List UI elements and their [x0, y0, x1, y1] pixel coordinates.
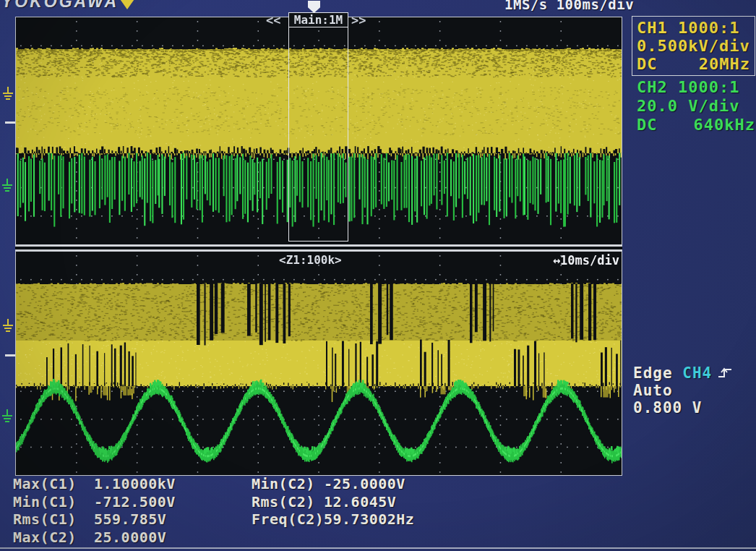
measurement-label: Min(C2)	[252, 475, 324, 492]
zoom-record-label: <Z1:100k>	[279, 253, 342, 267]
zoom-waveform-window: <Z1:100k> ↔10ms/div	[15, 251, 622, 476]
trigger-mode: Auto	[633, 382, 732, 399]
measurement-row: Max(C2)25.0000V	[13, 529, 176, 547]
sample-rate-timebase: 1MS/s 100ms/div	[504, 0, 634, 12]
ch1-bandwidth: 20MHz	[699, 55, 750, 73]
ch2-coupling: DC	[637, 116, 658, 134]
measurements-column-2: Min(C2)-25.0000V Rms(C2)12.6045V Freq(C2…	[252, 475, 414, 529]
measurement-value: -712.500V	[94, 493, 176, 511]
zoom-region-box	[288, 12, 348, 242]
measurement-row: Rms(C2)12.6045V	[252, 493, 414, 511]
ch2-ground-marker-zoom	[1, 409, 14, 424]
ch1-probe: 1000:1	[678, 19, 739, 37]
rising-edge-icon	[718, 367, 732, 379]
ch1-ground-marker-main	[2, 87, 14, 101]
measurement-label: Max(C2)	[13, 529, 94, 546]
scroll-right-icon: >>	[351, 13, 366, 27]
screen-bottom-edge	[0, 547, 756, 549]
ch2-probe: 1000:1	[678, 78, 739, 96]
ch1-scale: 0.500kV/div	[637, 37, 750, 55]
trigger-type: Edge	[633, 364, 673, 382]
brand-marker-icon	[119, 0, 136, 9]
ch2-bandwidth: 640kHz	[694, 116, 755, 134]
oscilloscope-screen: YOKOGAWA 1MS/s 100ms/div << Main:1M >> <…	[0, 0, 756, 551]
ch2-scale: 20.0 V/div	[637, 97, 755, 116]
measurement-label: Freq(C2)	[252, 511, 324, 528]
ch1-ground-marker-zoom	[2, 319, 14, 333]
trigger-level-marker-main	[5, 121, 15, 124]
measurement-row: Max(C1)1.10000kV	[13, 475, 176, 493]
measurement-value: 25.0000V	[94, 529, 166, 546]
measurements-column-1: Max(C1)1.10000kV Min(C1)-712.500V Rms(C1…	[13, 475, 176, 546]
measurement-row: Rms(C1)559.785V	[13, 511, 176, 529]
measurement-label: Max(C1)	[13, 475, 94, 492]
measurement-value: 59.73002Hz	[324, 511, 414, 528]
measurement-value: 1.10000kV	[94, 475, 176, 492]
ch2-settings-panel: CH2 1000:1 20.0 V/div DC640kHz	[637, 78, 755, 134]
brand-logo: YOKOGAWA	[1, 0, 119, 12]
trigger-settings-panel: Edge CH4 Auto 0.800 V	[633, 364, 732, 417]
ch1-settings-panel: CH1 1000:1 0.500kV/div DC20MHz	[632, 16, 755, 76]
measurement-row: Freq(C2)59.73002Hz	[252, 511, 414, 529]
ch2-name: CH2	[637, 78, 668, 96]
ch1-name: CH1	[637, 19, 668, 37]
ch1-coupling: DC	[637, 55, 658, 73]
trigger-position-icon	[308, 1, 320, 13]
measurement-row: Min(C2)-25.0000V	[252, 475, 414, 493]
trigger-level-marker-zoom	[5, 354, 15, 356]
trigger-level: 0.800 V	[633, 399, 732, 417]
measurement-label: Rms(C2)	[252, 493, 324, 511]
window-separator	[15, 245, 622, 251]
measurement-row: Min(C1)-712.500V	[13, 493, 176, 511]
measurement-label: Min(C1)	[13, 493, 94, 511]
measurement-label: Rms(C1)	[13, 511, 94, 528]
zoom-timebase-label: ↔10ms/div	[553, 253, 619, 268]
main-waveform-window: << Main:1M >>	[15, 17, 622, 245]
trigger-source: CH4	[682, 364, 712, 382]
ch2-ground-marker-main	[1, 179, 14, 193]
measurement-value: 559.785V	[94, 511, 166, 528]
measurement-value: 12.6045V	[324, 493, 396, 511]
scroll-left-icon: <<	[266, 13, 280, 27]
zoom-waveform-canvas	[16, 252, 622, 475]
measurement-value: -25.0000V	[324, 475, 405, 492]
